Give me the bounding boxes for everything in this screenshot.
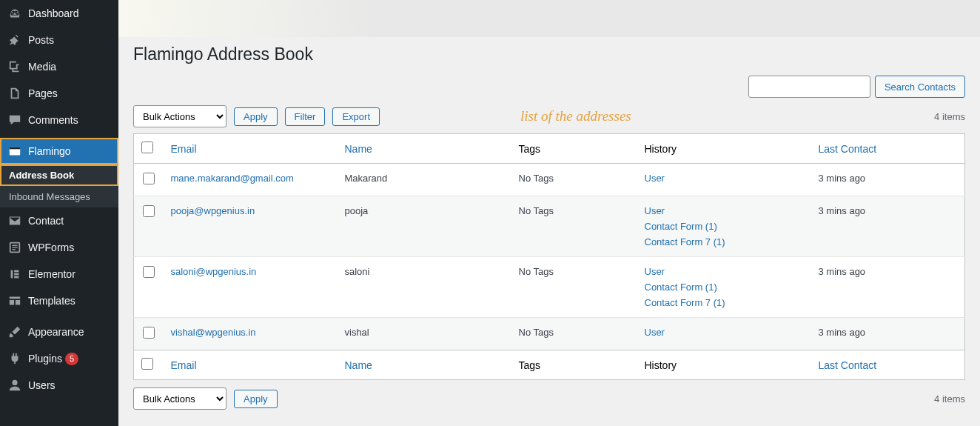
sidebar-item-comments[interactable]: Comments — [0, 107, 118, 133]
contact-tags: No Tags — [511, 257, 637, 318]
sidebar-item-label: Elementor — [28, 268, 75, 280]
tablenav-top: Bulk Actions Apply Filter Export list of… — [133, 105, 965, 127]
annotation-text: list of the addresses — [520, 108, 631, 124]
active-arrow-icon — [118, 145, 124, 157]
export-button[interactable]: Export — [332, 107, 380, 126]
sidebar-item-dashboard[interactable]: Dashboard — [0, 0, 118, 27]
sidebar-item-label: Pages — [28, 87, 58, 99]
table-row: saloni@wpgenius.insaloniNo TagsUserConta… — [134, 257, 965, 318]
bulk-actions-select-bottom[interactable]: Bulk Actions — [133, 387, 226, 410]
sidebar-item-media[interactable]: Media — [0, 53, 118, 80]
last-contact: 3 mins ago — [811, 164, 965, 196]
select-all-checkbox[interactable] — [141, 142, 153, 153]
col-email[interactable]: Email — [171, 143, 197, 155]
history-link[interactable]: Contact Form 7 (1) — [645, 297, 725, 308]
sidebar-item-label: Comments — [28, 114, 78, 126]
search-input[interactable] — [748, 76, 870, 98]
sidebar-item-plugins[interactable]: Plugins5 — [0, 345, 118, 372]
table-row: vishal@wpgenius.invishalNo TagsUser3 min… — [134, 318, 965, 350]
table-footer-row: Email Name Tags History Last Contact — [134, 350, 965, 380]
submenu-item-address-book[interactable]: Address Book — [0, 164, 118, 186]
admin-sidebar: DashboardPostsMediaPagesCommentsFlamingo… — [0, 0, 118, 426]
sidebar-item-templates[interactable]: Templates — [0, 287, 118, 314]
sidebar-item-label: Contact — [28, 215, 64, 227]
svg-point-10 — [12, 380, 17, 385]
contact-email-link[interactable]: saloni@wpgenius.in — [171, 266, 257, 277]
col-name[interactable]: Name — [345, 143, 372, 155]
history-link[interactable]: Contact Form 7 (1) — [645, 236, 725, 247]
history-link[interactable]: User — [645, 327, 665, 338]
contact-history: UserContact Form (1)Contact Form 7 (1) — [637, 257, 811, 318]
col-history-footer: History — [637, 350, 811, 380]
contact-history: User — [637, 164, 811, 196]
history-link[interactable]: Contact Form (1) — [645, 221, 717, 232]
sidebar-item-users[interactable]: Users — [0, 372, 118, 399]
col-tags: Tags — [511, 134, 637, 164]
sidebar-item-label: Media — [28, 61, 56, 73]
last-contact: 3 mins ago — [811, 196, 965, 257]
main-content: Flamingo Address Book Search Contacts Bu… — [118, 0, 980, 426]
row-checkbox[interactable] — [143, 205, 155, 217]
contacts-table: Email Name Tags History Last Contact man… — [133, 133, 965, 380]
history-link[interactable]: User — [645, 173, 665, 184]
table-row: mane.makarand@gmail.comMakarandNo TagsUs… — [134, 164, 965, 196]
plugin-icon — [7, 351, 22, 366]
contact-email-link[interactable]: pooja@wpgenius.in — [171, 205, 255, 216]
col-last-contact[interactable]: Last Contact — [819, 143, 877, 155]
select-all-footer-checkbox[interactable] — [141, 358, 153, 370]
apply-button-bottom[interactable]: Apply — [234, 390, 278, 408]
submenu-item-inbound-messages[interactable]: Inbound Messages — [0, 186, 118, 207]
sidebar-item-elementor[interactable]: Elementor — [0, 261, 118, 287]
contact-name: saloni — [338, 257, 511, 318]
contact-tags: No Tags — [511, 164, 637, 196]
history-link[interactable]: User — [645, 205, 665, 216]
svg-rect-1 — [10, 147, 20, 150]
col-last-contact-footer[interactable]: Last Contact — [819, 359, 877, 371]
contact-email-link[interactable]: mane.makarand@gmail.com — [171, 173, 294, 184]
history-link[interactable]: Contact Form (1) — [645, 282, 717, 293]
history-link[interactable]: User — [645, 266, 665, 277]
bulk-actions-select[interactable]: Bulk Actions — [133, 105, 226, 127]
page-title: Flamingo Address Book — [133, 44, 965, 64]
filter-button[interactable]: Filter — [285, 107, 326, 126]
flamingo-submenu: Address BookInbound Messages — [0, 164, 118, 207]
sidebar-item-label: Flamingo — [28, 145, 71, 157]
wpforms-icon — [7, 240, 22, 255]
sidebar-item-wpforms[interactable]: WPForms — [0, 234, 118, 261]
row-checkbox[interactable] — [143, 266, 155, 278]
sidebar-item-label: Users — [28, 379, 56, 391]
apply-button[interactable]: Apply — [234, 107, 278, 126]
item-count-bottom: 4 items — [934, 393, 965, 405]
last-contact: 3 mins ago — [811, 318, 965, 350]
row-checkbox[interactable] — [143, 173, 155, 184]
pin-icon — [7, 33, 22, 47]
sidebar-item-flamingo[interactable]: Flamingo — [0, 138, 118, 164]
search-contacts-button[interactable]: Search Contacts — [875, 76, 965, 98]
sidebar-item-contact[interactable]: Contact — [0, 207, 118, 234]
media-icon — [7, 59, 22, 74]
col-name-footer[interactable]: Name — [345, 359, 372, 371]
contact-name: vishal — [338, 318, 511, 350]
sidebar-item-label: Plugins — [28, 353, 62, 365]
comment-icon — [7, 113, 22, 127]
templates-icon — [7, 293, 22, 308]
item-count-top: 4 items — [934, 111, 965, 122]
col-tags-footer: Tags — [511, 350, 637, 380]
contact-name: pooja — [338, 196, 511, 257]
sidebar-item-pages[interactable]: Pages — [0, 80, 118, 107]
tablenav-bottom: Bulk Actions Apply 4 items — [133, 387, 965, 410]
table-header-row: Email Name Tags History Last Contact — [134, 134, 965, 164]
row-checkbox[interactable] — [143, 327, 155, 339]
contact-tags: No Tags — [511, 318, 637, 350]
dashboard-icon — [7, 6, 22, 21]
sidebar-item-posts[interactable]: Posts — [0, 27, 118, 53]
sidebar-item-label: Appearance — [28, 326, 84, 338]
contact-email-link[interactable]: vishal@wpgenius.in — [171, 327, 256, 338]
svg-rect-7 — [14, 270, 19, 273]
col-email-footer[interactable]: Email — [171, 359, 197, 371]
contact-history: UserContact Form (1)Contact Form 7 (1) — [637, 196, 811, 257]
last-contact: 3 mins ago — [811, 257, 965, 318]
svg-rect-8 — [14, 273, 19, 276]
contact-history: User — [637, 318, 811, 350]
sidebar-item-appearance[interactable]: Appearance — [0, 319, 118, 345]
